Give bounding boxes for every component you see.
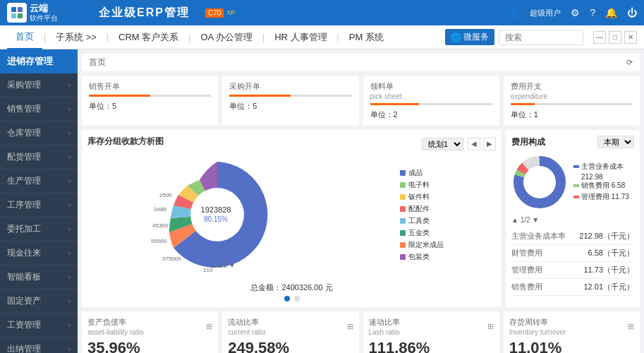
svg-text:375000: 375000 bbox=[162, 256, 181, 262]
help-icon[interactable]: ? bbox=[590, 7, 595, 18]
sidebar-item-warehouse[interactable]: 仓库管理› bbox=[0, 121, 78, 145]
sidebar-item-distribution[interactable]: 配货管理› bbox=[0, 145, 78, 169]
next-arrow[interactable]: ▶ bbox=[483, 138, 496, 150]
pie-nav bbox=[87, 296, 496, 301]
svg-text:1923828: 1923828 bbox=[201, 205, 231, 214]
stat-row-finance: 财管费用 6.58（千元） bbox=[511, 245, 634, 262]
stat-bar bbox=[370, 103, 492, 105]
trend-indicator: ▲ 1/2 ▼ bbox=[511, 216, 634, 224]
sidebar-item-assets[interactable]: 固定资产› bbox=[0, 289, 78, 313]
svg-text:80.15%: 80.15% bbox=[204, 215, 228, 223]
expand-icon[interactable]: ⊞ bbox=[206, 322, 212, 331]
stat-bar bbox=[229, 95, 351, 97]
legend-item: 限定米成品 bbox=[400, 240, 444, 250]
donut-legend: 主营业务成本 212.98 销售费用 6.58 管理费用 11.73 bbox=[573, 162, 629, 203]
settings-icon[interactable]: ⚙ bbox=[571, 7, 580, 18]
expand-icon[interactable]: ⊞ bbox=[487, 322, 494, 331]
logo: 云端 软件平台 bbox=[7, 3, 85, 23]
nav-oa[interactable]: OA 办公管理 bbox=[192, 25, 261, 49]
stat-row-main: 主营业务成本率 212.98（千元） bbox=[511, 228, 634, 245]
svg-rect-3 bbox=[18, 13, 23, 18]
legend-item: 配配件 bbox=[400, 204, 444, 214]
maximize-button[interactable]: □ bbox=[609, 31, 621, 44]
prev-arrow[interactable]: ◀ bbox=[468, 138, 480, 150]
close-button[interactable]: ✕ bbox=[624, 31, 637, 44]
nav-dot-active[interactable] bbox=[284, 296, 290, 301]
bottom-card-inventory: 存货周转率Inventory turnover ⊞ 11.01% bbox=[504, 311, 640, 353]
sidebar-item-cashflow[interactable]: 现金往来› bbox=[0, 241, 78, 265]
quick-value: 111.86% bbox=[369, 339, 494, 353]
sidebar-item-salary[interactable]: 工资管理› bbox=[0, 313, 78, 337]
nav-crm[interactable]: CRM 客户关系 bbox=[110, 25, 187, 49]
stat-row-admin: 管理费用 11.73（千元） bbox=[511, 262, 634, 279]
nav-home[interactable]: 首页 bbox=[7, 25, 42, 49]
pie-container: 1923828 80.15% 2500 3488 45300 50000 375… bbox=[87, 155, 496, 277]
debt-value: 35.96% bbox=[87, 339, 212, 353]
bottom-card-header: 存货周转率Inventory turnover ⊞ bbox=[509, 317, 634, 336]
arrow-icon: › bbox=[68, 105, 71, 113]
breadcrumb-controls: ⟳ bbox=[626, 58, 633, 67]
arrow-icon: › bbox=[68, 273, 71, 281]
pie-legend: 成品 电子料 钣件料 配配件 工具类 五金类 限定米成品 包装类 bbox=[400, 168, 444, 264]
pie-chart-title: 库存分组收款方析图 bbox=[87, 136, 164, 148]
version-badge: C70 bbox=[205, 8, 224, 18]
right-stats: 主营业务成本率 212.98（千元） 财管费用 6.58（千元） 管理费用 11… bbox=[511, 228, 634, 296]
refresh-icon[interactable]: ⟳ bbox=[626, 58, 633, 66]
legend-item: 包装类 bbox=[400, 252, 444, 262]
expand-icon[interactable]: ⊞ bbox=[347, 322, 353, 331]
svg-point-4 bbox=[190, 188, 244, 241]
header: 云端 软件平台 企业级ERP管理 C70 XP 👤 超级用户 ⚙ ? 🔔 ⏻ bbox=[0, 0, 644, 25]
nav-subsystem[interactable]: 子系统 >> bbox=[47, 25, 105, 49]
search-input[interactable] bbox=[499, 30, 583, 45]
legend-item: 成品 bbox=[400, 168, 444, 178]
svg-rect-2 bbox=[11, 13, 16, 18]
middle-row: 库存分组收款方析图 统划1 ◀ ▶ bbox=[82, 130, 640, 307]
legend-item: 电子料 bbox=[400, 180, 444, 190]
power-icon[interactable]: ⏻ bbox=[627, 7, 637, 18]
donut-legend-item: 销售费用 6.58 bbox=[573, 181, 629, 191]
logo-text: 云端 软件平台 bbox=[30, 3, 58, 23]
bottom-card-header: 资产负债率asset-liability ratio ⊞ bbox=[87, 317, 212, 336]
bottom-card-quick: 速动比率Lash ratio ⊞ 111.86% bbox=[363, 311, 499, 353]
main-layout: 进销存管理 采购管理› 销售管理› 仓库管理› 配货管理› 生产管理› 工序管理… bbox=[0, 49, 644, 353]
stat-card-picksheet: 领料单pick sheet 单位：2 bbox=[363, 76, 499, 126]
service-button[interactable]: 🌐 微服务 bbox=[445, 29, 494, 45]
nav-pm[interactable]: PM 系统 bbox=[341, 25, 392, 49]
sidebar-header: 进销存管理 bbox=[0, 49, 78, 73]
stat-row-sales: 销售费用 12.01（千元） bbox=[511, 279, 634, 296]
sidebar-item-kanban[interactable]: 智能看板› bbox=[0, 265, 78, 289]
right-panel: 费用构成 本期 bbox=[506, 130, 640, 307]
donut-legend-item: 主营业务成本 bbox=[573, 162, 629, 172]
nav-search-area: 🌐 微服务 — □ ✕ bbox=[445, 29, 637, 45]
arrow-icon: › bbox=[68, 345, 71, 353]
user-icon[interactable]: 👤 bbox=[508, 7, 520, 18]
period-select-right[interactable]: 本期 bbox=[597, 136, 634, 148]
nav-hr[interactable]: HR 人事管理 bbox=[266, 25, 335, 49]
sidebar-item-purchase[interactable]: 采购管理› bbox=[0, 73, 78, 97]
svg-rect-0 bbox=[11, 7, 16, 12]
minimize-button[interactable]: — bbox=[593, 31, 606, 44]
logo-icon bbox=[7, 3, 27, 23]
arrow-icon: › bbox=[68, 153, 71, 161]
sidebar: 进销存管理 采购管理› 销售管理› 仓库管理› 配货管理› 生产管理› 工序管理… bbox=[0, 49, 78, 353]
navbar: 首页 | 子系统 >> | CRM 客户关系 | OA 办公管理 | HR 人事… bbox=[0, 25, 644, 49]
header-icons: 👤 超级用户 ⚙ ? 🔔 ⏻ bbox=[508, 7, 637, 18]
expand-icon[interactable]: ⊞ bbox=[628, 322, 634, 331]
sidebar-item-production[interactable]: 生产管理› bbox=[0, 169, 78, 193]
donut-legend-item: 管理费用 11.73 bbox=[573, 192, 629, 202]
period-select[interactable]: 统划1 bbox=[422, 138, 463, 150]
bottom-card-header: 速动比率Lash ratio ⊞ bbox=[369, 317, 494, 336]
arrow-icon: › bbox=[68, 177, 71, 185]
sidebar-item-sales[interactable]: 销售管理› bbox=[0, 97, 78, 121]
sidebar-item-cashier[interactable]: 出纳管理› bbox=[0, 337, 78, 353]
stat-bar bbox=[89, 95, 211, 97]
nav-dot-inactive[interactable] bbox=[294, 296, 300, 301]
bell-icon[interactable]: 🔔 bbox=[605, 7, 617, 18]
sidebar-item-outsource[interactable]: 委托加工› bbox=[0, 217, 78, 241]
legend-item: 五金类 bbox=[400, 228, 444, 238]
breadcrumb: 首页 ⟳ bbox=[82, 54, 640, 71]
stat-card-expense: 费用开支expenditure 单位：1 bbox=[504, 76, 640, 126]
arrow-icon: › bbox=[68, 81, 71, 89]
breadcrumb-home: 首页 bbox=[89, 56, 106, 68]
sidebar-item-process[interactable]: 工序管理› bbox=[0, 193, 78, 217]
